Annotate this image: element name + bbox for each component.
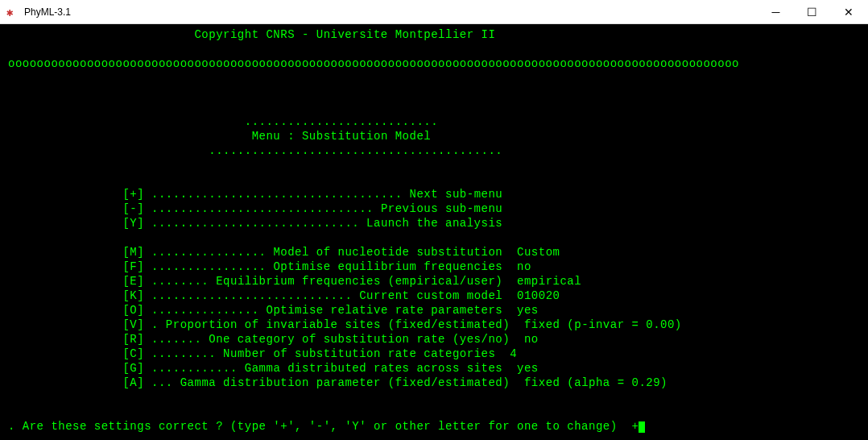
nav-item-next: [+] ................................... … bbox=[8, 188, 502, 201]
title-bar: ✱ PhyML-3.1 ─ ☐ ✕ bbox=[0, 0, 868, 24]
option-row: [C] ......... Number of substitution rat… bbox=[8, 347, 517, 360]
option-row: [G] ............ Gamma distributed rates… bbox=[8, 362, 539, 375]
option-row: [R] ....... One category of substitution… bbox=[8, 333, 539, 346]
maximize-button[interactable]: ☐ bbox=[794, 0, 830, 23]
menu-title-line: Menu : Substitution Model bbox=[8, 130, 431, 143]
nav-item-launch: [Y] ............................. Launch… bbox=[8, 217, 502, 230]
nav-item-prev: [-] ............................... Prev… bbox=[8, 202, 502, 215]
option-row: [K] ............................ Current… bbox=[8, 289, 560, 302]
option-row: [V] . Proportion of invariable sites (fi… bbox=[8, 318, 682, 331]
divider-line: oooooooooooooooooooooooooooooooooooooooo… bbox=[8, 57, 739, 70]
option-row: [E] ........ Equilibrium frequencies (em… bbox=[8, 275, 581, 288]
menu-dots-bottom: ........................................… bbox=[8, 144, 502, 157]
app-icon: ✱ bbox=[6, 6, 19, 19]
close-button[interactable]: ✕ bbox=[830, 0, 866, 23]
cursor-icon bbox=[639, 421, 645, 433]
menu-dots-top: ........................... bbox=[8, 115, 438, 128]
terminal[interactable]: Copyright CNRS - Universite Montpellier … bbox=[0, 24, 868, 440]
title-left: ✱ PhyML-3.1 bbox=[2, 6, 71, 19]
prompt-line: . Are these settings correct ? (type '+'… bbox=[8, 420, 639, 433]
window-controls: ─ ☐ ✕ bbox=[758, 0, 866, 23]
option-row: [O] ............... Optimise relative ra… bbox=[8, 304, 539, 317]
minimize-button[interactable]: ─ bbox=[758, 0, 794, 23]
option-row: [M] ................ Model of nucleotide… bbox=[8, 246, 560, 259]
option-row: [A] ... Gamma distribution parameter (fi… bbox=[8, 376, 668, 389]
copyright-line: Copyright CNRS - Universite Montpellier … bbox=[8, 28, 495, 41]
option-row: [F] ................ Optimise equilibriu… bbox=[8, 260, 531, 273]
window-title: PhyML-3.1 bbox=[24, 6, 71, 18]
